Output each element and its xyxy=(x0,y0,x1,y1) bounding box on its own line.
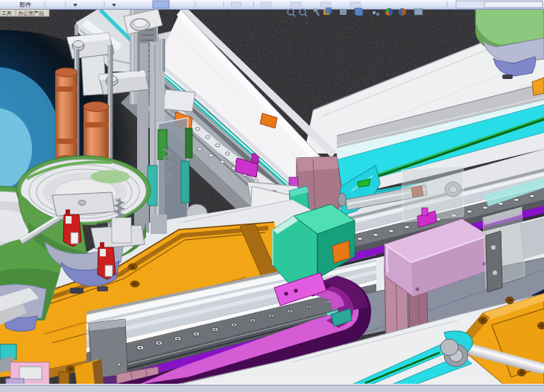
svg-text:工具: 工具 xyxy=(1,10,12,16)
svg-text:部件: 部件 xyxy=(19,1,31,8)
svg-text:办公室产品: 办公室产品 xyxy=(18,10,44,16)
